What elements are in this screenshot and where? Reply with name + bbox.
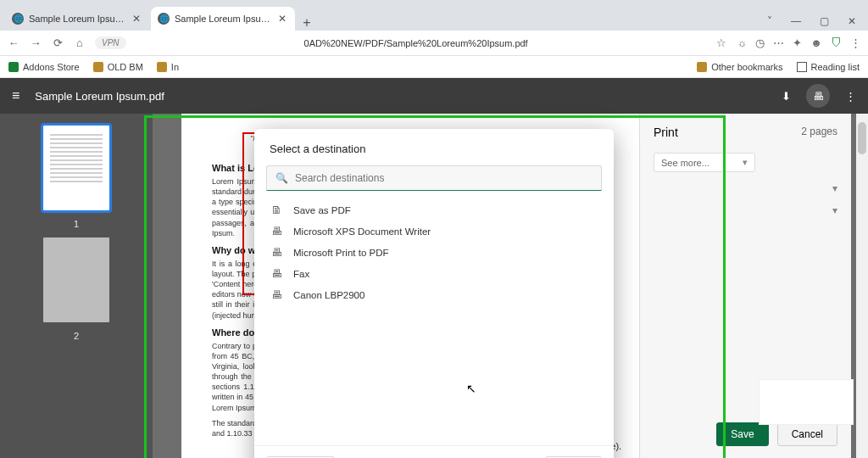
tab-2[interactable]: 🌐 Sample Loreum Ipsum.pdf ✕: [151, 7, 295, 31]
bookmark-label: In: [171, 62, 179, 72]
globe-icon: 🌐: [158, 13, 170, 25]
pdf-title: Sample Loreum Ipsum.pdf: [35, 90, 164, 103]
more-icon[interactable]: ⋮: [845, 90, 856, 103]
see-more-dropdown[interactable]: See more... ▾: [654, 153, 755, 172]
menu-icon[interactable]: ⋮: [850, 36, 861, 49]
globe-icon: 🌐: [12, 13, 24, 25]
forward-button[interactable]: →: [29, 36, 42, 49]
page-thumbnail-1[interactable]: [43, 126, 109, 210]
other-bookmarks[interactable]: Other bookmarks: [697, 62, 782, 72]
chevron-down-icon[interactable]: ˅: [767, 15, 772, 27]
printer-icon: 🖶: [270, 267, 283, 280]
bookmark-label: Addons Store: [23, 62, 80, 72]
page-thumbnail-2[interactable]: [43, 237, 109, 322]
browser-toolbar: ← → ⟳ ⌂ VPN 0AD%20NEW/PDF/Sample%20Loreu…: [0, 31, 868, 56]
maximize-button[interactable]: ▢: [820, 15, 829, 27]
minimize-button[interactable]: —: [791, 15, 801, 27]
printer-icon: 🖶: [270, 225, 283, 237]
thumbnail-number: 1: [74, 219, 79, 229]
destination-label: Microsoft XPS Document Writer: [293, 226, 431, 237]
print-icon[interactable]: 🖶: [806, 84, 830, 108]
dropdown-label: See more...: [661, 158, 709, 168]
select-destination-dialog: Select a destination 🔍 🗎 Save as PDF 🖶 M…: [254, 129, 614, 458]
file-icon: 🗎: [270, 204, 283, 216]
bookmarks-bar: Addons Store OLD BM In Other bookmarks R…: [0, 56, 868, 78]
tab-title: Sample Loreum Ipsum.pdf: [29, 14, 125, 24]
extensions-icon[interactable]: ✦: [793, 36, 802, 49]
destination-canon-lbp2900[interactable]: 🖶 Canon LBP2900: [259, 284, 609, 305]
destination-save-as-pdf[interactable]: 🗎 Save as PDF: [259, 199, 609, 221]
reload-button[interactable]: ⟳: [51, 36, 64, 49]
shield-icon[interactable]: ⛉: [831, 36, 842, 49]
destination-label: Fax: [293, 269, 309, 279]
blank-overlay: [760, 380, 853, 424]
address-bar[interactable]: 0AD%20NEW/PDF/Sample%20Loreum%20Ipsum.pd…: [135, 38, 707, 48]
bookmark-label: Reading list: [811, 62, 860, 72]
chevron-down-icon: ▾: [743, 157, 748, 168]
destination-label: Canon LBP2900: [293, 290, 364, 300]
destination-label: Save as PDF: [293, 205, 351, 215]
close-window-button[interactable]: ✕: [848, 15, 856, 27]
search-icon: 🔍: [275, 172, 288, 184]
close-icon[interactable]: ✕: [278, 13, 287, 25]
destination-fax[interactable]: 🖶 Fax: [259, 263, 609, 284]
destination-list: 🗎 Save as PDF 🖶 Microsoft XPS Document W…: [254, 196, 614, 309]
vertical-scrollbar[interactable]: [856, 114, 868, 458]
back-button[interactable]: ←: [7, 36, 20, 49]
close-icon[interactable]: ✕: [132, 13, 141, 25]
reading-list[interactable]: Reading list: [797, 62, 860, 72]
bookmark-addons[interactable]: Addons Store: [8, 62, 80, 72]
tab-title: Sample Loreum Ipsum.pdf: [175, 14, 271, 24]
profile-icon[interactable]: ☻: [810, 36, 822, 49]
download-icon[interactable]: ⬇: [782, 90, 791, 103]
bookmark-label: Other bookmarks: [711, 62, 782, 72]
dialog-title: Select a destination: [254, 129, 614, 164]
vpn-chip[interactable]: VPN: [95, 36, 126, 49]
tabstrip: 🌐 Sample Loreum Ipsum.pdf ✕ 🌐 Sample Lor…: [0, 7, 868, 31]
home-button[interactable]: ⌂: [73, 36, 86, 49]
destination-ms-print-to-pdf[interactable]: 🖶 Microsoft Print to PDF: [259, 242, 609, 263]
ext-icon[interactable]: ⋯: [773, 36, 784, 49]
search-destinations-field[interactable]: 🔍: [266, 165, 602, 191]
page-count: 2 pages: [801, 126, 837, 139]
printer-icon: 🖶: [270, 246, 283, 259]
ext-icon[interactable]: ◷: [755, 36, 765, 49]
printer-icon: 🖶: [270, 288, 283, 301]
chevron-down-icon[interactable]: ▾: [832, 204, 837, 216]
thumbnail-number: 2: [74, 331, 79, 341]
ext-icon[interactable]: ☼: [737, 36, 747, 49]
tab-1[interactable]: 🌐 Sample Loreum Ipsum.pdf ✕: [5, 7, 149, 31]
chevron-down-icon[interactable]: ▾: [832, 182, 837, 194]
star-icon[interactable]: ☆: [715, 36, 728, 49]
print-title: Print: [654, 126, 678, 139]
bookmark-label: OLD BM: [108, 62, 143, 72]
destination-xps-writer[interactable]: 🖶 Microsoft XPS Document Writer: [259, 221, 609, 242]
hamburger-icon[interactable]: ≡: [12, 88, 19, 103]
bookmark-old[interactable]: OLD BM: [93, 62, 143, 72]
thumbnail-sidebar: 1 2: [0, 114, 153, 458]
search-input[interactable]: [295, 172, 593, 184]
pdf-toolbar: ≡ Sample Loreum Ipsum.pdf ⬇ 🖶 ⋮: [0, 78, 868, 114]
new-tab-button[interactable]: +: [297, 15, 317, 31]
destination-label: Microsoft Print to PDF: [293, 248, 388, 258]
bookmark-in[interactable]: In: [157, 62, 179, 72]
